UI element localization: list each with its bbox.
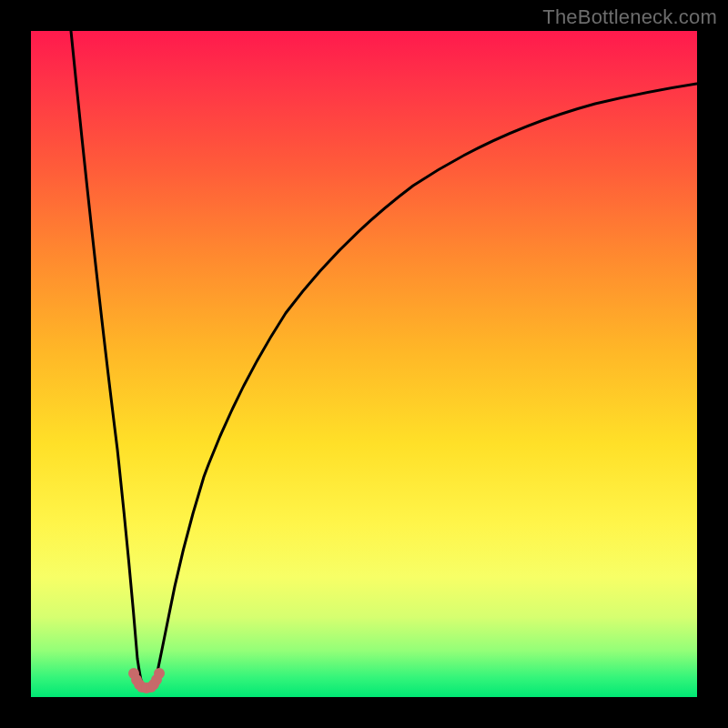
valley-markers	[128, 668, 165, 693]
curve-left-branch	[71, 31, 142, 684]
curve-right-branch	[155, 84, 697, 684]
watermark-text: TheBottleneck.com	[542, 5, 717, 29]
curve-layer	[31, 31, 697, 697]
svg-point-8	[154, 668, 165, 679]
chart-frame: TheBottleneck.com	[0, 0, 728, 728]
plot-area	[31, 31, 697, 697]
